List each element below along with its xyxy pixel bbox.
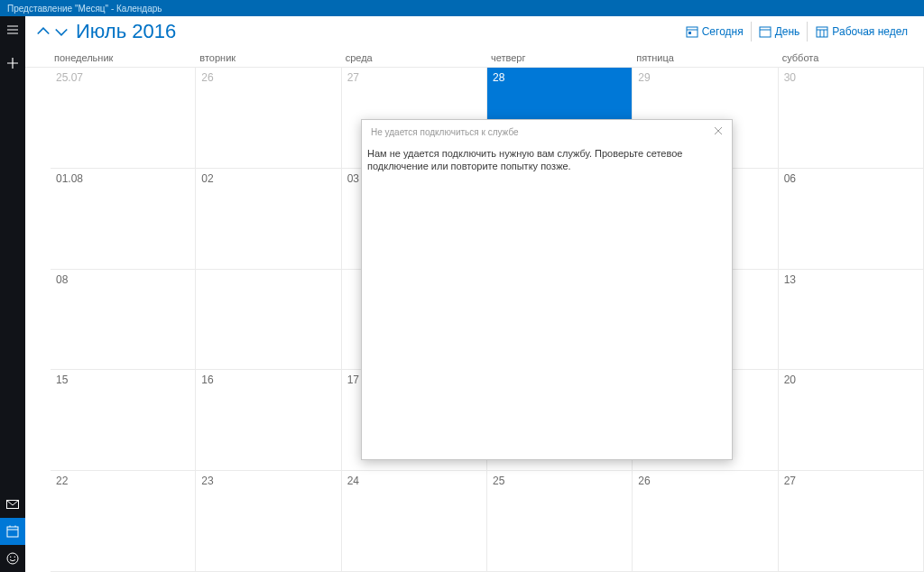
- day-cell[interactable]: 13: [779, 270, 924, 371]
- dow-fri: пятница: [633, 47, 778, 67]
- error-dialog: Не удается подключиться к службе Нам не …: [361, 119, 733, 460]
- feedback-button[interactable]: [0, 545, 25, 572]
- day-cell[interactable]: 22: [51, 471, 196, 572]
- date-number: 28: [493, 71, 504, 84]
- svg-rect-5: [687, 27, 698, 37]
- svg-point-4: [14, 557, 15, 558]
- date-number: 02: [201, 172, 213, 185]
- date-number: 08: [56, 273, 68, 286]
- date-number: 03: [347, 172, 359, 185]
- plus-icon: [5, 56, 20, 70]
- date-number: 23: [201, 475, 213, 487]
- chevron-down-icon: [52, 23, 70, 41]
- day-cell[interactable]: 16: [196, 370, 341, 471]
- svg-rect-1: [7, 527, 18, 537]
- new-event-button[interactable]: [0, 43, 25, 83]
- week-header: понедельник вторник среда четверг пятниц…: [25, 47, 924, 67]
- day-label: День: [775, 25, 800, 38]
- date-number: 25: [493, 475, 504, 487]
- toolbar: Июль 2016 Сегодня День Рабочая недел: [25, 16, 924, 47]
- date-number: 22: [56, 475, 68, 487]
- prev-month-button[interactable]: [34, 23, 52, 41]
- work-week-view-button[interactable]: Рабочая недел: [808, 22, 915, 42]
- mail-icon: [5, 497, 20, 512]
- sidebar: [0, 16, 25, 572]
- dialog-title-text: Не удается подключиться к службе: [371, 127, 519, 137]
- date-number: 26: [638, 475, 650, 487]
- day-cell[interactable]: 25: [487, 471, 633, 572]
- day-cell[interactable]: 30: [779, 68, 924, 169]
- date-number: 27: [784, 475, 796, 487]
- date-number: 15: [56, 374, 68, 386]
- month-title: Июль 2016: [76, 20, 176, 43]
- day-cell[interactable]: 02: [196, 169, 341, 270]
- smiley-icon: [5, 551, 20, 566]
- dialog-close-button[interactable]: [714, 125, 723, 138]
- work-week-label: Рабочая недел: [832, 25, 908, 38]
- date-number: 16: [201, 374, 213, 386]
- day-cell[interactable]: 26: [196, 68, 341, 169]
- day-cell[interactable]: 15: [51, 370, 196, 471]
- day-cell[interactable]: 20: [779, 370, 924, 471]
- date-number: 01.08: [56, 172, 83, 185]
- dialog-body: Нам не удается подключить нужную вам слу…: [362, 143, 732, 177]
- next-month-button[interactable]: [52, 23, 70, 41]
- dialog-titlebar: Не удается подключиться к службе: [362, 120, 732, 143]
- svg-point-3: [10, 557, 11, 558]
- calendar-today-icon: [686, 25, 698, 38]
- day-cell[interactable]: 06: [779, 169, 924, 270]
- day-cell[interactable]: 25.07: [51, 68, 196, 169]
- today-label: Сегодня: [702, 25, 744, 38]
- date-number: 13: [784, 273, 796, 286]
- hamburger-icon: [5, 23, 20, 37]
- date-number: 25.07: [56, 71, 83, 84]
- svg-rect-6: [688, 32, 691, 34]
- dow-tue: вторник: [196, 47, 341, 67]
- chevron-up-icon: [34, 23, 52, 41]
- close-icon: [714, 126, 723, 135]
- today-button[interactable]: Сегодня: [678, 22, 751, 42]
- svg-point-2: [7, 553, 18, 564]
- day-cell[interactable]: [196, 270, 341, 371]
- svg-rect-8: [817, 27, 827, 37]
- calendar-workweek-icon: [816, 25, 828, 38]
- day-cell[interactable]: 24: [342, 471, 487, 572]
- day-view-button[interactable]: День: [751, 22, 808, 42]
- date-number: 27: [347, 71, 359, 84]
- date-number: 26: [201, 71, 213, 84]
- calendar-day-icon: [759, 25, 772, 38]
- dow-wed: среда: [342, 47, 487, 67]
- dow-mon: понедельник: [51, 47, 196, 67]
- calendar-button[interactable]: [0, 518, 25, 545]
- date-number: 17: [347, 374, 359, 386]
- svg-rect-7: [760, 27, 771, 37]
- date-number: 30: [784, 71, 796, 84]
- date-number: 29: [638, 71, 650, 84]
- window-title: Представление "Месяц" - Календарь: [7, 4, 162, 14]
- date-number: 24: [347, 475, 359, 487]
- dow-thu: четверг: [487, 47, 633, 67]
- day-cell[interactable]: 01.08: [51, 169, 196, 270]
- window-titlebar: Представление "Месяц" - Календарь: [0, 0, 924, 16]
- hamburger-button[interactable]: [0, 16, 25, 43]
- calendar-icon: [5, 524, 20, 539]
- mail-button[interactable]: [0, 491, 25, 518]
- day-cell[interactable]: 08: [51, 270, 196, 371]
- dow-sat: суббота: [779, 47, 924, 67]
- day-cell[interactable]: 23: [196, 471, 341, 572]
- day-cell[interactable]: 27: [779, 471, 924, 572]
- date-number: 20: [784, 374, 796, 386]
- day-cell[interactable]: 26: [633, 471, 778, 572]
- date-number: 06: [784, 172, 796, 185]
